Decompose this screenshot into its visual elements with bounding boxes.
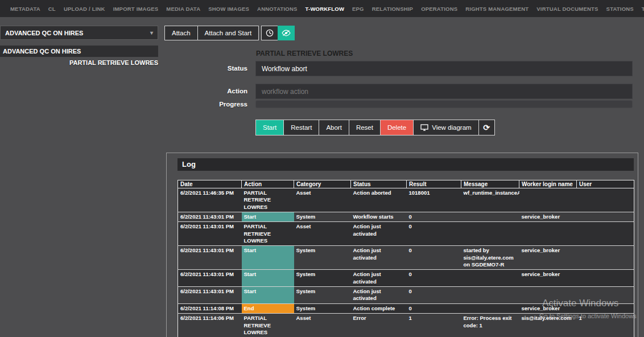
log-cell-status: Action just activated [351,222,407,246]
t-workflow-screen: METADATACLUPLOAD / LINKIMPORT IMAGESMEDI… [0,0,644,337]
attach-button[interactable]: Attach [164,26,198,40]
nav-item-show-images[interactable]: SHOW IMAGES [208,6,249,12]
log-panel-title: Log [177,158,634,171]
view-diagram-button[interactable]: View diagram [413,120,478,135]
log-row[interactable]: 6/2/2021 11:14:08 PMEndSystemAction comp… [178,303,634,313]
log-cell-message [461,287,519,304]
workflow-actions: Start Restart Abort Reset Delete View di… [255,120,495,135]
progress-label: Progress [0,100,247,108]
log-cell-message: Error: Process exit code: 1 [461,314,519,337]
log-cell-action: Start [242,246,294,270]
log-row[interactable]: 6/2/2021 11:43:01 PMStartSystemWorkflow … [178,212,634,222]
nav-item-media-data[interactable]: MEDIA DATA [166,6,200,12]
log-cell-status: Action just activated [351,246,407,270]
log-cell-category: System [294,212,351,222]
log-cell-status: Action complete [351,303,407,313]
log-table-header: DateActionCategoryStatusResultMessageWor… [178,180,634,188]
log-row[interactable]: 6/2/2021 11:14:06 PMPARTIAL RETRIEVE LOW… [178,314,634,337]
log-cell-status: Action just activated [351,287,407,304]
workflow-select[interactable]: ADVANCED QC ON HIRES ▾ [0,26,158,40]
log-cell-status: Workflow starts [351,212,407,222]
log-cell-result: 0 [407,287,461,304]
log-cell-category: Asset [294,314,351,337]
start-button[interactable]: Start [255,120,284,135]
status-label: Status [0,61,247,76]
nav-item-upload-link[interactable]: UPLOAD / LINK [64,6,105,12]
refresh-icon: ⟳ [483,123,490,132]
log-cell-user [577,270,634,287]
abort-button[interactable]: Abort [319,120,349,135]
nav-item-rights-management[interactable]: RIGHTS MANAGEMENT [465,6,529,12]
log-cell-message: wf_runtime_instanceAbort [461,188,519,212]
nav-item-task[interactable]: TASK [642,6,644,12]
log-cell-date: 6/2/2021 11:43:01 PM [178,222,242,246]
nav-item-t-workflow[interactable]: T-WORKFLOW [306,6,344,12]
log-cell-worker: service_broker [519,246,577,270]
log-cell-worker: sis@italy.etere.com [519,314,577,337]
nav-item-operations[interactable]: OPERATIONS [421,6,457,12]
log-cell-worker [519,222,577,246]
col-header-date: Date [178,180,242,188]
log-row[interactable]: 6/2/2021 11:43:01 PMPARTIAL RETRIEVE LOW… [178,222,634,246]
log-cell-status: Action aborted [351,188,407,212]
nav-item-stations[interactable]: STATIONS [606,6,634,12]
nav-item-epg[interactable]: EPG [352,6,364,12]
log-cell-message: started by sis@italy.etere.com on SGDEMO… [461,246,519,270]
log-cell-date: 6/2/2021 11:14:08 PM [178,303,242,313]
workflow-select-value: ADVANCED QC ON HIRES [5,30,83,36]
log-cell-worker [519,287,577,304]
log-cell-action: Start [242,270,294,287]
log-cell-date: 6/2/2021 11:43:01 PM [178,246,242,270]
log-cell-message [461,212,519,222]
log-cell-result: 0 [407,303,461,313]
log-cell-message [461,222,519,246]
view-diagram-label: View diagram [432,124,471,131]
log-cell-worker [519,188,577,212]
reset-button[interactable]: Reset [349,120,381,135]
nav-item-virtual-documents[interactable]: VIRTUAL DOCUMENTS [536,6,598,12]
col-header-message: Message [461,180,519,188]
log-cell-date: 6/2/2021 11:43:01 PM [178,270,242,287]
nav-item-cl[interactable]: CL [48,6,56,12]
log-cell-worker: service_broker [519,212,577,222]
nav-item-relationship[interactable]: RELATIONSHIP [372,6,413,12]
log-cell-category: System [294,270,351,287]
col-header-result: Result [407,180,461,188]
log-table: DateActionCategoryStatusResultMessageWor… [177,180,634,337]
log-cell-action: PARTIAL RETRIEVE LOWRES [242,188,294,212]
log-cell-user [577,222,634,246]
monitor-icon [420,124,428,131]
history-toggle-button[interactable] [261,26,278,40]
restart-button[interactable]: Restart [283,120,319,135]
log-cell-status: Error [351,314,407,337]
log-cell-message [461,270,519,287]
log-cell-category: System [294,287,351,304]
log-cell-result: 1018001 [407,188,461,212]
log-cell-result: 0 [407,270,461,287]
log-cell-date: 6/2/2021 11:43:01 PM [178,287,242,304]
action-field[interactable] [255,84,633,99]
log-cell-user [577,287,634,304]
attach-and-start-button[interactable]: Attach and Start [197,26,259,40]
delete-button[interactable]: Delete [380,120,414,135]
workflow-tree-header[interactable]: ADVANCED QC ON HIRES [0,46,158,57]
log-row[interactable]: 6/2/2021 11:43:01 PMStartSystemAction ju… [178,287,634,304]
visibility-toggle-button[interactable] [278,26,295,40]
col-header-worker-login-name: Worker login name [519,180,577,188]
log-cell-worker: service_broker [519,270,577,287]
log-panel: Log DateActionCategoryStatusResultMessag… [166,153,638,337]
nav-item-metadata[interactable]: METADATA [10,6,40,12]
log-cell-action: Start [242,212,294,222]
status-field[interactable] [255,61,633,76]
nav-item-import-images[interactable]: IMPORT IMAGES [113,6,159,12]
col-header-category: Category [294,180,351,188]
workflow-title: PARTIAL RETRIEVE LOWRES [256,50,353,57]
log-row[interactable]: 6/2/2021 11:43:01 PMStartSystemAction ju… [178,246,634,270]
log-cell-user [577,188,634,212]
nav-item-annotations[interactable]: ANNOTATIONS [257,6,297,12]
col-header-action: Action [242,180,294,188]
log-row[interactable]: 6/2/2021 11:43:01 PMStartSystemAction ju… [178,270,634,287]
log-cell-result: 1 [407,314,461,337]
log-row[interactable]: 6/2/2021 11:46:35 PMPARTIAL RETRIEVE LOW… [178,188,634,212]
refresh-button[interactable]: ⟳ [478,120,495,135]
